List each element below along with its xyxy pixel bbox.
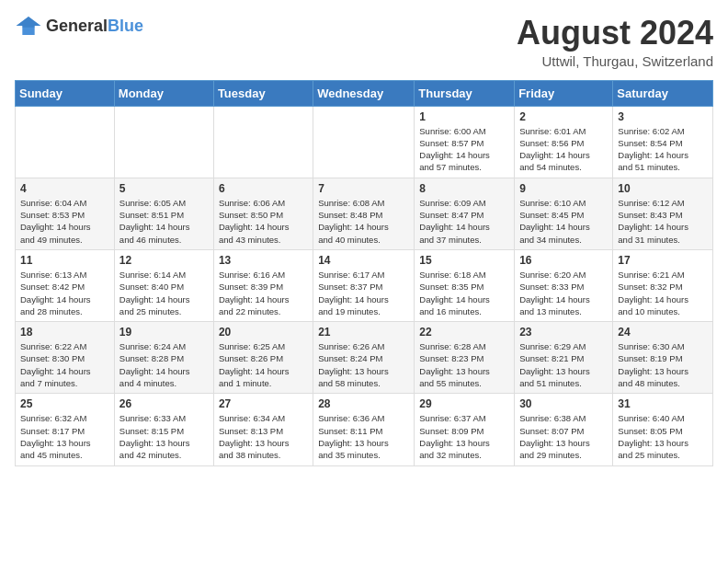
day-number: 18 (20, 326, 109, 339)
logo: General Blue (15, 15, 143, 37)
day-header-wednesday: Wednesday (313, 80, 415, 106)
calendar-cell (213, 106, 313, 178)
day-info: Sunrise: 6:08 AM Sunset: 8:48 PM Dayligh… (318, 197, 409, 246)
calendar-week-row: 4Sunrise: 6:04 AM Sunset: 8:53 PM Daylig… (16, 178, 713, 249)
day-info: Sunrise: 6:22 AM Sunset: 8:30 PM Dayligh… (20, 340, 109, 389)
calendar-cell: 22Sunrise: 6:28 AM Sunset: 8:23 PM Dayli… (415, 322, 515, 394)
day-header-saturday: Saturday (613, 80, 713, 106)
title-block: August 2024 Uttwil, Thurgau, Switzerland (517, 15, 713, 69)
day-info: Sunrise: 6:30 AM Sunset: 8:19 PM Dayligh… (618, 340, 708, 389)
day-number: 22 (419, 326, 509, 339)
calendar-cell: 5Sunrise: 6:05 AM Sunset: 8:51 PM Daylig… (114, 178, 213, 249)
day-number: 7 (318, 182, 409, 195)
calendar-week-row: 11Sunrise: 6:13 AM Sunset: 8:42 PM Dayli… (16, 249, 713, 321)
calendar-cell: 12Sunrise: 6:14 AM Sunset: 8:40 PM Dayli… (114, 249, 213, 321)
calendar-week-row: 1Sunrise: 6:00 AM Sunset: 8:57 PM Daylig… (16, 106, 713, 178)
calendar-cell: 10Sunrise: 6:12 AM Sunset: 8:43 PM Dayli… (613, 178, 713, 249)
logo-blue: Blue (108, 17, 143, 36)
calendar-cell (16, 106, 115, 178)
page-header: General Blue August 2024 Uttwil, Thurgau… (15, 15, 713, 69)
logo-general: General (46, 17, 108, 36)
calendar-cell: 14Sunrise: 6:17 AM Sunset: 8:37 PM Dayli… (313, 249, 415, 321)
day-info: Sunrise: 6:05 AM Sunset: 8:51 PM Dayligh… (119, 197, 209, 246)
calendar-table: SundayMondayTuesdayWednesdayThursdayFrid… (15, 80, 713, 466)
logo-text: General Blue (46, 17, 143, 36)
day-number: 10 (618, 182, 708, 195)
day-info: Sunrise: 6:13 AM Sunset: 8:42 PM Dayligh… (20, 269, 109, 317)
day-header-friday: Friday (515, 80, 613, 106)
calendar-cell: 25Sunrise: 6:32 AM Sunset: 8:17 PM Dayli… (16, 394, 115, 465)
day-number: 8 (419, 182, 509, 195)
location: Uttwil, Thurgau, Switzerland (517, 53, 713, 69)
calendar-cell: 30Sunrise: 6:38 AM Sunset: 8:07 PM Dayli… (515, 394, 613, 465)
calendar-cell: 2Sunrise: 6:01 AM Sunset: 8:56 PM Daylig… (515, 106, 613, 178)
calendar-cell (313, 106, 415, 178)
day-info: Sunrise: 6:38 AM Sunset: 8:07 PM Dayligh… (519, 412, 608, 461)
day-info: Sunrise: 6:06 AM Sunset: 8:50 PM Dayligh… (219, 197, 308, 246)
day-info: Sunrise: 6:12 AM Sunset: 8:43 PM Dayligh… (618, 197, 708, 246)
day-number: 6 (219, 182, 308, 195)
logo-icon (15, 15, 42, 37)
calendar-cell: 24Sunrise: 6:30 AM Sunset: 8:19 PM Dayli… (613, 322, 713, 394)
day-header-sunday: Sunday (16, 80, 115, 106)
day-number: 17 (618, 254, 708, 267)
day-info: Sunrise: 6:16 AM Sunset: 8:39 PM Dayligh… (219, 269, 308, 317)
calendar-cell: 9Sunrise: 6:10 AM Sunset: 8:45 PM Daylig… (515, 178, 613, 249)
day-info: Sunrise: 6:40 AM Sunset: 8:05 PM Dayligh… (618, 412, 708, 461)
calendar-cell: 31Sunrise: 6:40 AM Sunset: 8:05 PM Dayli… (613, 394, 713, 465)
calendar-cell (114, 106, 213, 178)
day-number: 9 (519, 182, 608, 195)
day-info: Sunrise: 6:26 AM Sunset: 8:24 PM Dayligh… (318, 340, 409, 389)
day-number: 2 (519, 110, 608, 123)
day-number: 11 (20, 254, 109, 267)
day-info: Sunrise: 6:09 AM Sunset: 8:47 PM Dayligh… (419, 197, 509, 246)
day-info: Sunrise: 6:04 AM Sunset: 8:53 PM Dayligh… (20, 197, 109, 246)
day-info: Sunrise: 6:02 AM Sunset: 8:54 PM Dayligh… (618, 125, 708, 174)
day-info: Sunrise: 6:34 AM Sunset: 8:13 PM Dayligh… (219, 412, 308, 461)
day-header-tuesday: Tuesday (213, 80, 313, 106)
month-year: August 2024 (517, 15, 713, 52)
calendar-cell: 7Sunrise: 6:08 AM Sunset: 8:48 PM Daylig… (313, 178, 415, 249)
calendar-cell: 15Sunrise: 6:18 AM Sunset: 8:35 PM Dayli… (415, 249, 515, 321)
calendar-cell: 4Sunrise: 6:04 AM Sunset: 8:53 PM Daylig… (16, 178, 115, 249)
day-number: 26 (119, 397, 209, 410)
day-info: Sunrise: 6:10 AM Sunset: 8:45 PM Dayligh… (519, 197, 608, 246)
day-number: 28 (318, 397, 409, 410)
calendar-cell: 28Sunrise: 6:36 AM Sunset: 8:11 PM Dayli… (313, 394, 415, 465)
day-info: Sunrise: 6:37 AM Sunset: 8:09 PM Dayligh… (419, 412, 509, 461)
day-number: 21 (318, 326, 409, 339)
calendar-cell: 29Sunrise: 6:37 AM Sunset: 8:09 PM Dayli… (415, 394, 515, 465)
calendar-cell: 17Sunrise: 6:21 AM Sunset: 8:32 PM Dayli… (613, 249, 713, 321)
day-number: 31 (618, 397, 708, 410)
day-info: Sunrise: 6:20 AM Sunset: 8:33 PM Dayligh… (519, 269, 608, 317)
calendar-cell: 11Sunrise: 6:13 AM Sunset: 8:42 PM Dayli… (16, 249, 115, 321)
day-info: Sunrise: 6:33 AM Sunset: 8:15 PM Dayligh… (119, 412, 209, 461)
calendar-cell: 23Sunrise: 6:29 AM Sunset: 8:21 PM Dayli… (515, 322, 613, 394)
svg-marker-2 (17, 17, 41, 28)
day-number: 19 (119, 326, 209, 339)
day-number: 29 (419, 397, 509, 410)
calendar-cell: 1Sunrise: 6:00 AM Sunset: 8:57 PM Daylig… (415, 106, 515, 178)
day-number: 1 (419, 110, 509, 123)
calendar-cell: 13Sunrise: 6:16 AM Sunset: 8:39 PM Dayli… (213, 249, 313, 321)
day-number: 3 (618, 110, 708, 123)
calendar-cell: 8Sunrise: 6:09 AM Sunset: 8:47 PM Daylig… (415, 178, 515, 249)
day-info: Sunrise: 6:25 AM Sunset: 8:26 PM Dayligh… (219, 340, 308, 389)
day-number: 25 (20, 397, 109, 410)
calendar-cell: 21Sunrise: 6:26 AM Sunset: 8:24 PM Dayli… (313, 322, 415, 394)
calendar-cell: 6Sunrise: 6:06 AM Sunset: 8:50 PM Daylig… (213, 178, 313, 249)
day-info: Sunrise: 6:17 AM Sunset: 8:37 PM Dayligh… (318, 269, 409, 317)
day-number: 4 (20, 182, 109, 195)
day-number: 16 (519, 254, 608, 267)
calendar-cell: 27Sunrise: 6:34 AM Sunset: 8:13 PM Dayli… (213, 394, 313, 465)
day-number: 14 (318, 254, 409, 267)
day-number: 30 (519, 397, 608, 410)
day-info: Sunrise: 6:18 AM Sunset: 8:35 PM Dayligh… (419, 269, 509, 317)
day-number: 12 (119, 254, 209, 267)
day-info: Sunrise: 6:29 AM Sunset: 8:21 PM Dayligh… (519, 340, 608, 389)
day-number: 5 (119, 182, 209, 195)
day-info: Sunrise: 6:00 AM Sunset: 8:57 PM Dayligh… (419, 125, 509, 174)
calendar-cell: 16Sunrise: 6:20 AM Sunset: 8:33 PM Dayli… (515, 249, 613, 321)
calendar-cell: 19Sunrise: 6:24 AM Sunset: 8:28 PM Dayli… (114, 322, 213, 394)
calendar-cell: 3Sunrise: 6:02 AM Sunset: 8:54 PM Daylig… (613, 106, 713, 178)
